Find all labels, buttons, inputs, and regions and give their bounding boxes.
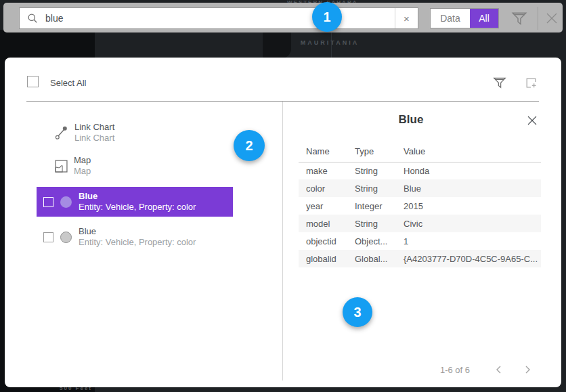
- results-filter-button[interactable]: [492, 75, 507, 90]
- result-subtitle: Entity: Vehicle, Property: color: [79, 237, 196, 248]
- clear-search-icon: ×: [404, 13, 410, 24]
- map-coastline-region: [263, 31, 291, 58]
- annotation-badge-3: 3: [343, 297, 372, 327]
- result-checkbox[interactable]: [43, 232, 53, 242]
- attribute-table: Name Type Value make String Honda color …: [299, 141, 541, 267]
- table-header-row: Name Type Value: [299, 141, 541, 162]
- results-panel: Select All Link Chart Link Chart: [5, 58, 561, 387]
- cell-value: Blue: [396, 179, 541, 197]
- cell-name: model: [299, 215, 347, 232]
- table-row: color String Blue: [299, 179, 541, 197]
- column-header-name: Name: [299, 141, 347, 162]
- cell-type: String: [347, 179, 396, 197]
- cell-value: {A4203777-D70D-4C5C-9A65-C...: [396, 250, 541, 267]
- result-title: Link Chart: [74, 122, 114, 133]
- entity-dot-icon: [60, 196, 72, 208]
- table-row: objectid Object... 1: [299, 232, 541, 250]
- add-selection-button[interactable]: [524, 76, 538, 90]
- detail-title: Blue: [282, 113, 540, 127]
- close-search-button[interactable]: [542, 8, 562, 28]
- column-header-value: Value: [396, 141, 541, 162]
- table-row: year Integer 2015: [299, 197, 541, 215]
- cell-name: year: [299, 197, 347, 215]
- result-title: Map: [74, 155, 91, 166]
- search-filter-button[interactable]: [510, 9, 528, 27]
- funnel-icon: [510, 9, 528, 27]
- annotation-badge-2: 2: [234, 130, 265, 161]
- table-row: model String Civic: [299, 215, 541, 232]
- result-subtitle: Entity: Vehicle, Property: color: [79, 202, 196, 213]
- cell-type: Object...: [347, 232, 396, 250]
- cell-value: Honda: [396, 162, 541, 179]
- scope-option-all[interactable]: All: [470, 9, 498, 28]
- cell-name: objectid: [299, 232, 347, 250]
- cell-type: Integer: [347, 197, 396, 215]
- search-icon: [27, 13, 38, 24]
- cell-type: String: [347, 162, 396, 179]
- cell-value: 1: [396, 232, 541, 250]
- result-subtitle: Link Chart: [74, 133, 114, 144]
- result-item-blue-selected[interactable]: Blue Entity: Vehicle, Property: color: [37, 187, 233, 217]
- cell-value: Civic: [396, 215, 541, 232]
- annotation-badge-1: 1: [312, 2, 342, 32]
- chevron-left-icon: [491, 362, 507, 378]
- close-icon: [542, 8, 562, 28]
- result-title: Blue: [79, 226, 196, 237]
- result-subtitle: Map: [74, 166, 91, 177]
- result-item-blue[interactable]: Blue Entity: Vehicle, Property: color: [37, 222, 233, 252]
- select-all-checkbox[interactable]: [27, 76, 39, 87]
- map-label-mauritania: MAURITANIA: [289, 39, 370, 46]
- result-title: Blue: [79, 191, 196, 202]
- cell-name: make: [299, 162, 347, 179]
- box-plus-icon: [524, 76, 538, 90]
- table-row: make String Honda: [299, 162, 541, 179]
- cell-type: Global...: [347, 250, 396, 267]
- close-icon: [526, 114, 538, 127]
- link-chart-icon: [55, 125, 68, 140]
- prev-page-button[interactable]: [491, 362, 507, 378]
- column-header-type: Type: [347, 141, 396, 162]
- cell-name: color: [299, 179, 347, 197]
- search-scope-toggle: Data All: [430, 8, 499, 28]
- table-row: globalid Global... {A4203777-D70D-4C5C-9…: [299, 250, 541, 267]
- chevron-right-icon: [519, 362, 536, 378]
- search-box: ×: [19, 7, 418, 29]
- clear-search-button[interactable]: ×: [395, 8, 418, 28]
- close-detail-button[interactable]: [526, 114, 538, 127]
- next-page-button[interactable]: [519, 362, 536, 378]
- cell-name: globalid: [299, 250, 347, 267]
- entity-dot-icon: [60, 232, 72, 243]
- app-screen: WESTERN SAHARA MAURITANIA 500 Feet × Dat…: [0, 0, 566, 392]
- search-bar: × Data All: [3, 3, 563, 32]
- result-item-map[interactable]: Map Map: [49, 152, 91, 179]
- cell-value: 2015: [396, 197, 541, 215]
- cell-type: String: [347, 215, 396, 232]
- map-icon: [55, 160, 68, 173]
- funnel-icon: [492, 75, 507, 90]
- search-bar-divider: [538, 7, 538, 30]
- result-item-link-chart[interactable]: Link Chart Link Chart: [49, 119, 114, 146]
- pagination-range: 1-6 of 6: [411, 365, 499, 375]
- select-all-label: Select All: [50, 78, 86, 88]
- list-detail-divider: [282, 102, 283, 380]
- result-checkbox[interactable]: [43, 197, 53, 207]
- scope-option-data[interactable]: Data: [431, 9, 470, 28]
